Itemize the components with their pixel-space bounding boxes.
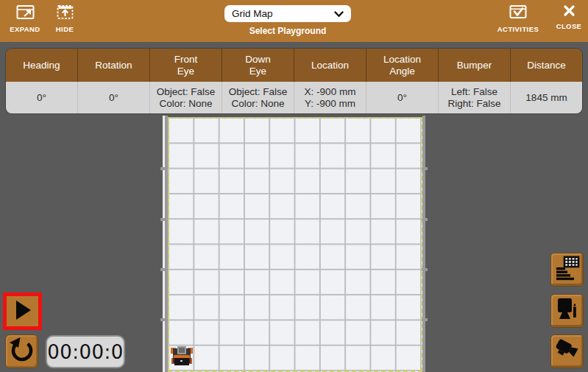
value-distance: 1845 mm — [511, 82, 582, 113]
column-header-distance: Distance — [511, 49, 582, 82]
value-heading: 0° — [6, 82, 78, 113]
dashboard-toggle-button[interactable] — [550, 253, 584, 287]
hide-label: HIDE — [56, 25, 74, 33]
close-label: CLOSE — [556, 22, 582, 30]
playground-dropdown[interactable]: Grid Map — [224, 5, 351, 22]
sensor-dashboard: Heading Rotation Front Eye Down Eye Loca… — [6, 49, 582, 113]
field-tick-left — [160, 167, 166, 170]
column-header-front-eye: Front Eye — [150, 49, 222, 82]
dashboard-icon — [555, 256, 580, 284]
robot-pen-button[interactable] — [550, 294, 584, 328]
playground-select-group: Grid Map Select Playground — [224, 5, 351, 36]
value-bumper: Left: False Right: False — [439, 82, 511, 113]
activities-button[interactable]: ACTIVITIES — [496, 4, 540, 33]
column-header-heading: Heading — [6, 49, 78, 82]
field-tick-left — [160, 218, 166, 221]
column-header-down-eye: Down Eye — [222, 49, 294, 82]
select-playground-label: Select Playground — [249, 26, 327, 36]
camera-icon — [555, 337, 580, 365]
value-location-angle: 0° — [366, 82, 439, 113]
field-tick-right — [422, 318, 428, 321]
activities-icon — [509, 4, 527, 23]
close-icon — [563, 4, 575, 20]
timer-value: 00:00:0 — [47, 341, 124, 363]
field-tick-left — [160, 268, 166, 271]
close-button[interactable]: CLOSE — [553, 4, 584, 30]
sensor-dashboard-header: Heading Rotation Front Eye Down Eye Loca… — [6, 49, 582, 82]
field-tick-right — [422, 167, 428, 170]
column-header-location: Location — [294, 49, 366, 82]
robot-pen-icon — [555, 297, 580, 325]
playground-dropdown-value: Grid Map — [232, 8, 273, 19]
column-header-rotation: Rotation — [78, 49, 150, 82]
field-tick-left — [160, 318, 166, 321]
grid-map-field — [168, 117, 422, 372]
camera-view-button[interactable] — [550, 334, 584, 368]
hide-icon — [57, 4, 74, 23]
expand-button[interactable]: EXPAND — [6, 4, 44, 33]
column-header-location-angle: Location Angle — [366, 49, 439, 82]
hide-button[interactable]: HIDE — [46, 4, 84, 33]
value-rotation: 0° — [78, 82, 150, 113]
simulator-window: EXPAND HIDE Grid Map — [0, 0, 588, 372]
chevron-down-icon — [334, 7, 344, 21]
value-front-eye: Object: False Color: None — [150, 82, 222, 113]
play-icon — [13, 298, 33, 325]
sensor-dashboard-row: 0° 0° Object: False Color: None Object: … — [6, 82, 582, 113]
play-button[interactable] — [3, 292, 42, 330]
playground-right-border — [422, 116, 425, 372]
top-toolbar: EXPAND HIDE Grid Map — [0, 0, 588, 42]
column-header-bumper: Bumper — [439, 49, 511, 82]
reset-button[interactable] — [5, 334, 38, 368]
timer-display: 00:00:0 — [46, 335, 125, 368]
expand-label: EXPAND — [10, 25, 40, 33]
value-down-eye: Object: False Color: None — [222, 82, 294, 113]
robot-sprite — [170, 345, 194, 368]
activities-label: ACTIVITIES — [497, 25, 539, 33]
field-tick-right — [422, 218, 428, 221]
field-tick-right — [422, 268, 428, 271]
value-location: X: -900 mm Y: -900 mm — [294, 82, 366, 113]
expand-icon — [16, 4, 35, 23]
reset-icon — [7, 335, 37, 368]
